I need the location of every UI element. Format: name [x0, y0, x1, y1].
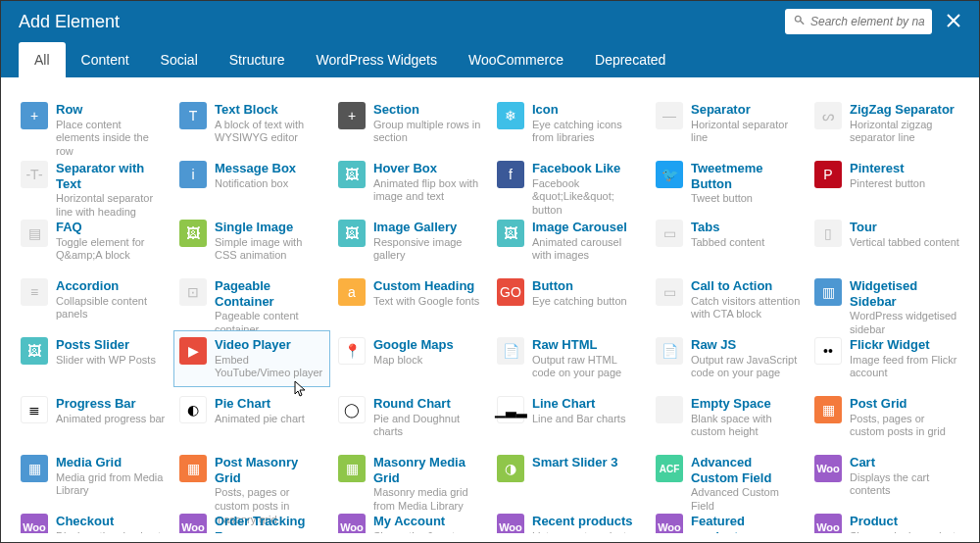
element-pinterest[interactable]: PPinterestPinterest button — [808, 154, 965, 211]
element-text: Raw HTMLOutput raw HTML code on your pag… — [532, 337, 642, 380]
element-faq[interactable]: ▤FAQToggle element for Q&amp;A block — [15, 213, 172, 270]
element-desc: Place content elements inside the row — [56, 119, 166, 159]
element-desc: Output raw HTML code on your page — [532, 354, 642, 381]
element-masonry-media-grid[interactable]: ▦Masonry Media GridMasonry media grid fr… — [332, 448, 489, 505]
element-image-carousel[interactable]: 🖼Image CarouselAnimated carousel with im… — [491, 213, 648, 270]
element-icon[interactable]: ❄IconEye catching icons from libraries — [491, 95, 648, 152]
element-desc: Collapsible content panels — [56, 295, 166, 322]
element-section[interactable]: +SectionGroup multiple rows in section — [332, 95, 489, 152]
element-title: Pageable Container — [215, 278, 324, 309]
element-post-masonry-grid[interactable]: ▦Post Masonry GridPosts, pages or custom… — [173, 448, 330, 505]
element-desc: Animated flip box with image and text — [373, 177, 483, 205]
element-title: Tabs — [691, 220, 764, 235]
element-zigzag-separator[interactable]: ᔕZigZag SeparatorHorizontal zigzag separ… — [808, 95, 965, 152]
element-icon: -T- — [21, 161, 48, 188]
element-featured-products[interactable]: WooFeatured productsDisplay products set… — [650, 507, 807, 533]
element-smart-slider-3[interactable]: ◑Smart Slider 3 — [491, 448, 648, 505]
element-post-grid[interactable]: ▦Post GridPosts, pages or custom posts i… — [808, 389, 965, 446]
element-image-gallery[interactable]: 🖼Image GalleryResponsive image gallery — [332, 213, 489, 270]
element-tabs[interactable]: ▭TabsTabbed content — [650, 213, 807, 270]
element-text: Message BoxNotification box — [215, 161, 296, 190]
element-accordion[interactable]: ≡AccordionCollapsible content panels — [15, 272, 172, 328]
element-icon: ◑ — [497, 455, 524, 482]
element-tour[interactable]: ▯TourVertical tabbed content — [808, 213, 965, 270]
element-text: Smart Slider 3 — [532, 455, 617, 471]
search-box[interactable] — [785, 9, 932, 34]
element-icon: f — [497, 161, 524, 188]
element-text: Advanced Custom FieldAdvanced Custom Fie… — [691, 455, 801, 514]
element-icon: ◐ — [179, 396, 207, 423]
element-icon: ▤ — [21, 220, 48, 247]
close-button[interactable] — [946, 13, 961, 31]
element-product[interactable]: WooProductShow a single product by — [808, 507, 965, 533]
element-progress-bar[interactable]: ≣Progress BarAnimated progress bar — [15, 389, 172, 446]
element-title: Raw HTML — [532, 337, 642, 353]
element-desc: Text with Google fonts — [373, 295, 479, 309]
element-pageable-container[interactable]: ⊡Pageable ContainerPageable content cont… — [173, 272, 330, 328]
element-raw-js[interactable]: 📄Raw JSOutput raw JavaScript code on you… — [650, 330, 807, 387]
tab-wordpress-widgets[interactable]: WordPress Widgets — [301, 42, 453, 77]
element-hover-box[interactable]: 🖼Hover BoxAnimated flip box with image a… — [332, 154, 489, 211]
element-line-chart[interactable]: ▁▃▂Line ChartLine and Bar charts — [491, 389, 648, 446]
element-icon: Woo — [21, 514, 48, 533]
element-icon: GO — [497, 278, 524, 306]
element-text: ZigZag SeparatorHorizontal zigzag separa… — [850, 102, 959, 145]
element-call-to-action[interactable]: ▭Call to ActionCatch visitors attention … — [650, 272, 807, 328]
element-raw-html[interactable]: 📄Raw HTMLOutput raw HTML code on your pa… — [491, 330, 648, 387]
element-facebook-like[interactable]: fFacebook LikeFacebook &quot;Like&quot; … — [491, 154, 648, 211]
modal-title: Add Element — [19, 12, 785, 32]
element-posts-slider[interactable]: 🖼Posts SliderSlider with WP Posts — [15, 330, 172, 387]
element-row[interactable]: +RowPlace content elements inside the ro… — [15, 95, 172, 152]
element-flickr-widget[interactable]: ••Flickr WidgetImage feed from Flickr ac… — [808, 330, 965, 387]
element-text: Tweetmeme ButtonTweet button — [691, 161, 801, 206]
element-title: Posts Slider — [56, 337, 156, 353]
element-desc: Animated pie chart — [215, 413, 305, 426]
tab-deprecated[interactable]: Deprecated — [579, 42, 681, 77]
element-title: Featured products — [691, 514, 801, 533]
element-widgetised-sidebar[interactable]: ▥Widgetised SidebarWordPress widgetised … — [808, 272, 965, 328]
element-recent-products[interactable]: WooRecent productsLists recent products — [491, 507, 648, 533]
element-title: Recent products — [532, 514, 633, 529]
element-title: Image Carousel — [532, 220, 642, 235]
element-separator-with-text[interactable]: -T-Separator with TextHorizontal separat… — [15, 154, 172, 211]
search-input[interactable] — [810, 15, 924, 28]
element-text: IconEye catching icons from libraries — [532, 102, 642, 145]
element-desc: Catch visitors attention with CTA block — [691, 295, 801, 322]
element-advanced-custom-field[interactable]: ACFAdvanced Custom FieldAdvanced Custom … — [650, 448, 807, 505]
element-media-grid[interactable]: ▦Media GridMedia grid from Media Library — [15, 448, 172, 505]
element-title: Progress Bar — [56, 396, 165, 412]
element-separator[interactable]: —SeparatorHorizontal separator line — [650, 95, 807, 152]
element-single-image[interactable]: 🖼Single ImageSimple image with CSS anima… — [173, 213, 330, 270]
element-checkout[interactable]: WooCheckoutDisplays the checkout — [15, 507, 172, 533]
element-desc: Animated carousel with images — [532, 236, 642, 264]
element-desc: Toggle element for Q&amp;A block — [56, 236, 166, 264]
element-order-tracking-form[interactable]: WooOrder Tracking FormLets a user see th… — [173, 507, 330, 533]
element-text: Posts SliderSlider with WP Posts — [56, 337, 156, 367]
element-title: Separator with Text — [56, 161, 166, 191]
element-round-chart[interactable]: ◯Round ChartPie and Doughnut charts — [332, 389, 489, 446]
element-my-account[interactable]: WooMy AccountShows the &quot;my — [332, 507, 489, 533]
element-empty-space[interactable]: Empty SpaceBlank space with custom heigh… — [650, 389, 807, 446]
element-icon: 📍 — [338, 337, 366, 365]
element-message-box[interactable]: iMessage BoxNotification box — [173, 154, 330, 211]
tab-content[interactable]: Content — [66, 42, 145, 77]
element-pie-chart[interactable]: ◐Pie ChartAnimated pie chart — [173, 389, 330, 446]
element-button[interactable]: GOButtonEye catching button — [491, 272, 648, 328]
tab-social[interactable]: Social — [145, 42, 214, 77]
element-text: Order Tracking FormLets a user see the s… — [215, 514, 324, 533]
element-text: Pageable ContainerPageable content conta… — [215, 278, 324, 337]
tab-structure[interactable]: Structure — [214, 42, 301, 77]
element-tweetmeme-button[interactable]: 🐦Tweetmeme ButtonTweet button — [650, 154, 807, 211]
element-title: Post Masonry Grid — [215, 455, 324, 485]
element-video-player[interactable]: ▶Video PlayerEmbed YouTube/Vimeo player — [173, 330, 330, 387]
element-google-maps[interactable]: 📍Google MapsMap block — [332, 330, 489, 387]
element-cart[interactable]: WooCartDisplays the cart contents — [808, 448, 965, 505]
element-custom-heading[interactable]: aCustom HeadingText with Google fonts — [332, 272, 489, 328]
tab-woocommerce[interactable]: WooCommerce — [453, 42, 579, 77]
element-icon: T — [179, 102, 207, 129]
element-title: Section — [373, 102, 483, 118]
tab-all[interactable]: All — [19, 42, 66, 77]
element-text-block[interactable]: TText BlockA block of text with WYSIWYG … — [173, 95, 330, 152]
element-icon: 🖼 — [338, 161, 366, 188]
element-icon: ▦ — [21, 455, 48, 482]
